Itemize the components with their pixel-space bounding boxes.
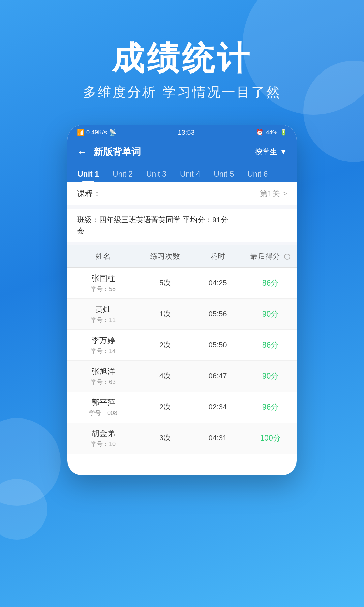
dot-3 — [189, 461, 194, 465]
main-title: 成绩统计 — [0, 40, 364, 76]
student-id: 学号：10 — [91, 440, 116, 448]
student-table: 姓名 练习次数 耗时 最后得分 张国柱 学号：58 5次 04:25 86分 黄… — [67, 245, 297, 454]
tab-bar: Unit 1 Unit 2 Unit 3 Unit 4 Unit 5 Unit … — [67, 164, 297, 182]
td-name: 李万婷 学号：14 — [67, 330, 139, 360]
course-row[interactable]: 课程： 第1关 > — [67, 182, 297, 205]
th-name: 姓名 — [67, 245, 139, 267]
student-name: 胡金弟 — [92, 428, 115, 439]
table-body: 张国柱 学号：58 5次 04:25 86分 黄灿 学号：11 1次 05:56… — [67, 268, 297, 454]
header-filter[interactable]: 按学生 ▼ — [255, 147, 287, 157]
td-score: 96分 — [244, 397, 297, 418]
back-button[interactable]: ← — [77, 146, 87, 158]
td-time: 04:25 — [191, 273, 244, 293]
td-count: 2次 — [139, 335, 191, 355]
battery-icon: 🔋 — [280, 129, 287, 136]
content-area: 课程： 第1关 > 班级：四年级三班英语菁英同学 平均分：91分 会 姓名 练习… — [67, 182, 297, 454]
tab-unit4[interactable]: Unit 4 — [173, 164, 207, 182]
td-count: 2次 — [139, 397, 191, 417]
student-name: 张旭洋 — [92, 366, 115, 377]
status-left: 📶 0.49K/s 📡 — [77, 129, 116, 136]
course-value: 第1关 — [260, 188, 280, 199]
td-score: 86分 — [244, 335, 297, 356]
tab-unit5[interactable]: Unit 5 — [207, 164, 241, 182]
table-header: 姓名 练习次数 耗时 最后得分 — [67, 245, 297, 268]
wifi-icon: 📡 — [109, 129, 116, 136]
app-header: ← 新版背单词 按学生 ▼ — [67, 140, 297, 164]
td-count: 4次 — [139, 366, 191, 386]
student-name: 李万婷 — [92, 335, 115, 346]
td-score: 90分 — [244, 366, 297, 387]
header-title: 新版背单词 — [94, 146, 255, 158]
td-name: 张旭洋 学号：63 — [67, 361, 139, 392]
phone-wrapper: 📶 0.49K/s 📡 13:53 ⏰ 44% 🔋 ← 新版背单词 按学生 ▼ … — [0, 115, 364, 475]
chevron-right-icon: > — [283, 189, 287, 198]
course-label: 课程： — [77, 188, 260, 199]
td-name: 郭平萍 学号：008 — [67, 392, 139, 423]
td-score: 90分 — [244, 304, 297, 325]
td-time: 05:56 — [191, 304, 244, 324]
tab-unit6[interactable]: Unit 6 — [241, 164, 274, 182]
status-time: 13:53 — [178, 128, 194, 136]
table-row[interactable]: 黄灿 学号：11 1次 05:56 90分 — [67, 299, 297, 330]
td-name: 张国柱 学号：58 — [67, 268, 139, 298]
signal-icon: 📶 — [77, 129, 84, 136]
td-name: 胡金弟 学号：10 — [67, 423, 139, 454]
table-row[interactable]: 张旭洋 学号：63 4次 06:47 90分 — [67, 361, 297, 392]
td-time: 06:47 — [191, 366, 244, 386]
student-name: 张国柱 — [92, 273, 115, 284]
td-time: 05:50 — [191, 335, 244, 355]
student-id: 学号：11 — [91, 316, 116, 324]
class-info-text: 班级：四年级三班英语菁英同学 平均分：91分 — [77, 215, 228, 224]
td-count: 1次 — [139, 304, 191, 324]
dropdown-icon: ▼ — [280, 148, 287, 156]
table-row[interactable]: 李万婷 学号：14 2次 05:50 86分 — [67, 330, 297, 361]
dot-2 — [180, 461, 184, 465]
student-name: 郭平萍 — [92, 397, 115, 408]
th-count: 练习次数 — [139, 245, 191, 267]
sub-title: 多维度分析 学习情况一目了然 — [0, 83, 364, 102]
table-row[interactable]: 张国柱 学号：58 5次 04:25 86分 — [67, 268, 297, 299]
phone-mockup: 📶 0.49K/s 📡 13:53 ⏰ 44% 🔋 ← 新版背单词 按学生 ▼ … — [67, 125, 297, 475]
table-row[interactable]: 郭平萍 学号：008 2次 02:34 96分 — [67, 392, 297, 423]
status-bar: 📶 0.49K/s 📡 13:53 ⏰ 44% 🔋 — [67, 125, 297, 140]
td-name: 黄灿 学号：11 — [67, 299, 139, 329]
tab-unit1[interactable]: Unit 1 — [71, 164, 106, 182]
td-score: 100分 — [244, 428, 297, 449]
sort-circle-icon — [284, 254, 290, 260]
class-info-extra: 会 — [77, 227, 84, 235]
top-section: 成绩统计 多维度分析 学习情况一目了然 — [0, 0, 364, 115]
student-id: 学号：14 — [91, 347, 116, 355]
tab-unit3[interactable]: Unit 3 — [140, 164, 173, 182]
td-time: 02:34 — [191, 397, 244, 417]
th-score: 最后得分 — [244, 245, 297, 267]
class-info: 班级：四年级三班英语菁英同学 平均分：91分 会 — [67, 209, 297, 242]
table-row[interactable]: 胡金弟 学号：10 3次 04:31 100分 — [67, 423, 297, 454]
tab-unit2[interactable]: Unit 2 — [106, 164, 140, 182]
filter-label: 按学生 — [255, 147, 277, 157]
status-right: ⏰ 44% 🔋 — [256, 129, 287, 136]
td-score: 86分 — [244, 272, 297, 294]
student-id: 学号：008 — [89, 409, 117, 417]
pagination-dots — [67, 454, 297, 475]
signal-speed: 0.49K/s — [86, 129, 107, 136]
dot-1 — [170, 461, 175, 465]
student-id: 学号：63 — [91, 378, 116, 386]
td-count: 5次 — [139, 272, 191, 293]
student-name: 黄灿 — [95, 304, 111, 315]
td-time: 04:31 — [191, 428, 244, 448]
td-count: 3次 — [139, 428, 191, 449]
alarm-icon: ⏰ — [256, 129, 263, 136]
student-id: 学号：58 — [91, 285, 116, 293]
th-time: 耗时 — [191, 245, 244, 267]
battery-percent: 44% — [266, 129, 277, 136]
